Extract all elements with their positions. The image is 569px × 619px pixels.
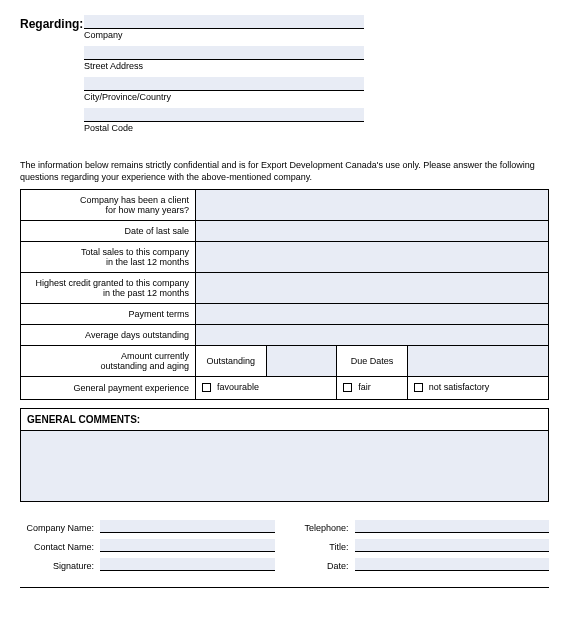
- not-satisfactory-text: not satisfactory: [429, 382, 490, 392]
- table-row: Average days outstanding: [21, 325, 549, 346]
- telephone-input[interactable]: [355, 520, 550, 533]
- postal-caption: Postal Code: [84, 122, 364, 139]
- client-years-input[interactable]: [196, 190, 549, 221]
- regarding-title: Regarding:: [20, 15, 80, 31]
- company-name-label: Company Name:: [20, 523, 100, 533]
- table-row: Date of last sale: [21, 221, 549, 242]
- date-label: Date:: [295, 561, 355, 571]
- fair-text: fair: [358, 382, 371, 392]
- payment-terms-input[interactable]: [196, 304, 549, 325]
- street-caption: Street Address: [84, 60, 364, 77]
- contact-section: Company Name: Contact Name: Signature: T…: [20, 520, 549, 577]
- date-input[interactable]: [355, 558, 550, 571]
- total-sales-input[interactable]: [196, 242, 549, 273]
- avg-days-label: Average days outstanding: [21, 325, 196, 346]
- comments-input[interactable]: [21, 431, 548, 501]
- table-row: Amount currently outstanding and aging O…: [21, 346, 549, 377]
- gpe-label: General payment experience: [21, 377, 196, 400]
- last-sale-input[interactable]: [196, 221, 549, 242]
- table-row: Payment terms: [21, 304, 549, 325]
- company-name-input[interactable]: [100, 520, 275, 533]
- outstanding-sublabel: Outstanding: [196, 346, 267, 377]
- due-dates-input[interactable]: [407, 346, 548, 377]
- outstanding-input[interactable]: [266, 346, 337, 377]
- telephone-label: Telephone:: [295, 523, 355, 533]
- signature-input[interactable]: [100, 558, 275, 571]
- city-caption: City/Province/Country: [84, 91, 364, 108]
- city-input[interactable]: [84, 77, 364, 91]
- fair-cell[interactable]: fair: [337, 377, 408, 400]
- comments-section: GENERAL COMMENTS:: [20, 408, 549, 502]
- street-input[interactable]: [84, 46, 364, 60]
- total-sales-label: Total sales to this company in the last …: [21, 242, 196, 273]
- not-satisfactory-checkbox[interactable]: [414, 383, 423, 392]
- regarding-section: Regarding: Company Street Address City/P…: [20, 15, 549, 139]
- questions-table: Company has been a client for how many y…: [20, 189, 549, 400]
- client-years-label: Company has been a client for how many y…: [21, 190, 196, 221]
- table-row: General payment experience favourable fa…: [21, 377, 549, 400]
- regarding-fields: Company Street Address City/Province/Cou…: [84, 15, 364, 139]
- company-input[interactable]: [84, 15, 364, 29]
- favourable-text: favourable: [217, 382, 259, 392]
- contact-name-input[interactable]: [100, 539, 275, 552]
- table-row: Company has been a client for how many y…: [21, 190, 549, 221]
- amount-current-label: Amount currently outstanding and aging: [21, 346, 196, 377]
- fair-checkbox[interactable]: [343, 383, 352, 392]
- payment-terms-label: Payment terms: [21, 304, 196, 325]
- highest-credit-label: Highest credit granted to this company i…: [21, 273, 196, 304]
- favourable-checkbox[interactable]: [202, 383, 211, 392]
- comments-title: GENERAL COMMENTS:: [21, 409, 548, 431]
- title-input[interactable]: [355, 539, 550, 552]
- table-row: Total sales to this company in the last …: [21, 242, 549, 273]
- favourable-cell[interactable]: favourable: [196, 377, 337, 400]
- table-row: Highest credit granted to this company i…: [21, 273, 549, 304]
- postal-input[interactable]: [84, 108, 364, 122]
- company-caption: Company: [84, 29, 364, 46]
- contact-name-label: Contact Name:: [20, 542, 100, 552]
- highest-credit-input[interactable]: [196, 273, 549, 304]
- signature-label: Signature:: [20, 561, 100, 571]
- bottom-rule: [20, 587, 549, 588]
- not-satisfactory-cell[interactable]: not satisfactory: [407, 377, 548, 400]
- intro-text: The information below remains strictly c…: [20, 159, 549, 183]
- title-label: Title:: [295, 542, 355, 552]
- last-sale-label: Date of last sale: [21, 221, 196, 242]
- avg-days-input[interactable]: [196, 325, 549, 346]
- due-dates-sublabel: Due Dates: [337, 346, 408, 377]
